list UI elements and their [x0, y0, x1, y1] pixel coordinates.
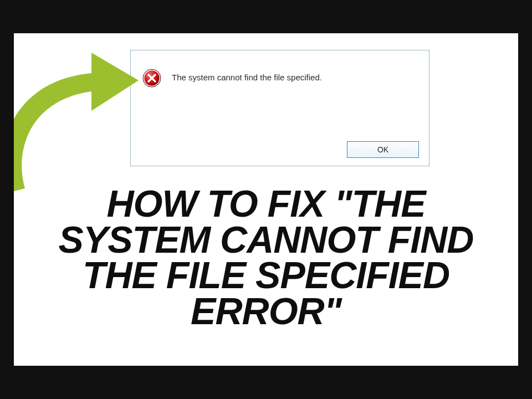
error-dialog: The system cannot find the file specifie…	[130, 50, 429, 166]
headline-text: HOW TO FIX "THE SYSTEM CANNOT FIND THE F…	[14, 186, 518, 329]
error-icon	[142, 68, 162, 88]
dialog-body: The system cannot find the file specifie…	[131, 50, 429, 88]
arrow-icon	[14, 50, 141, 194]
dialog-message: The system cannot find the file specifie…	[172, 68, 322, 82]
ok-button[interactable]: OK	[347, 141, 419, 158]
dialog-footer: OK	[347, 141, 419, 158]
thumbnail-canvas: The system cannot find the file specifie…	[14, 33, 518, 366]
